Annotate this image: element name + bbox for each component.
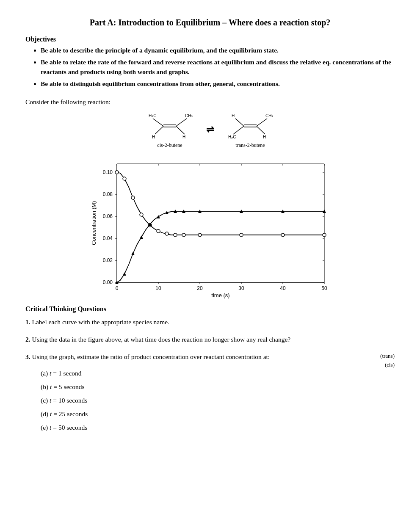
svg-line-4 xyxy=(176,126,185,134)
q2-num: 2. xyxy=(25,336,30,343)
reaction-area: H₃C CH₃ H H cis-2-butene ⇌ xyxy=(25,111,395,151)
consider-text: Consider the following reaction: xyxy=(25,98,395,106)
svg-marker-80 xyxy=(157,215,160,218)
objective-1: Be able to describe the principle of a d… xyxy=(41,46,395,55)
svg-line-12 xyxy=(235,119,244,126)
q2-text: Using the data in the figure above, at w… xyxy=(32,336,291,343)
reaction-arrow: ⇌ xyxy=(206,124,214,135)
svg-line-2 xyxy=(155,126,163,134)
svg-point-72 xyxy=(240,233,243,237)
svg-text:0.02: 0.02 xyxy=(103,257,113,263)
svg-text:40: 40 xyxy=(280,285,286,291)
svg-text:0.04: 0.04 xyxy=(103,235,113,241)
trans-molecule: H CH₃ H₃C H trans-2-butene xyxy=(225,111,276,149)
q3-at: at: xyxy=(263,353,270,360)
svg-text:H₃C: H₃C xyxy=(149,113,156,118)
trans-label: trans-2-butene xyxy=(225,142,276,149)
svg-point-68 xyxy=(165,232,169,235)
critical-thinking-header: Critical Thinking Questions xyxy=(25,305,395,313)
svg-marker-77 xyxy=(131,252,135,255)
svg-text:time (s): time (s) xyxy=(211,292,229,298)
objectives-list: Be able to describe the principle of a d… xyxy=(25,46,395,89)
svg-point-65 xyxy=(140,213,143,216)
svg-text:0: 0 xyxy=(116,285,119,291)
q1-text: Label each curve with the appropriate sp… xyxy=(32,318,170,326)
trans-annotation: (trans) xyxy=(380,353,395,359)
svg-point-69 xyxy=(174,233,177,237)
svg-text:0.10: 0.10 xyxy=(103,169,113,175)
question-3-wrapper: (trans) (cis) 3. Using the graph, estima… xyxy=(25,352,395,362)
chart-container: 0.00 0.02 0.04 0.06 0.08 0.10 0 10 20 30… xyxy=(25,155,395,299)
cis-label: cis-2-butene xyxy=(144,142,195,149)
cis-molecule: H₃C CH₃ H H cis-2-butene xyxy=(144,111,195,149)
cis-annotation: (cis) xyxy=(385,362,395,368)
svg-text:0.06: 0.06 xyxy=(103,213,113,219)
svg-text:H: H xyxy=(263,135,266,139)
svg-text:0.00: 0.00 xyxy=(103,279,113,285)
svg-text:H₃C: H₃C xyxy=(228,135,236,139)
sub-question-a: (a) t = 1 second xyxy=(41,370,395,377)
svg-point-70 xyxy=(182,233,185,237)
objectives-label: Objectives xyxy=(25,36,395,43)
svg-text:20: 20 xyxy=(197,285,203,291)
sub-question-d: (d) t = 25 seconds xyxy=(41,410,395,418)
svg-point-63 xyxy=(123,177,126,180)
svg-point-71 xyxy=(198,233,202,237)
svg-text:10: 10 xyxy=(155,285,161,291)
svg-text:50: 50 xyxy=(321,285,327,291)
question-2: 2. Using the data in the figure above, a… xyxy=(25,334,395,344)
svg-text:H: H xyxy=(152,135,155,139)
svg-point-74 xyxy=(323,233,326,237)
svg-text:H: H xyxy=(182,135,185,139)
objective-2: Be able to relate the rate of the forwar… xyxy=(41,58,395,77)
q3-num: 3. xyxy=(25,353,30,360)
question-1: 1. Label each curve with the appropriate… xyxy=(25,317,395,327)
svg-marker-78 xyxy=(140,235,143,239)
svg-line-5 xyxy=(176,119,187,126)
svg-point-64 xyxy=(131,196,135,199)
chemical-equation: H₃C CH₃ H H cis-2-butene ⇌ xyxy=(144,111,276,149)
q3-text: Using the graph, estimate the ratio of p… xyxy=(32,353,262,360)
question-3: 3. Using the graph, estimate the ratio o… xyxy=(25,352,395,362)
svg-line-3 xyxy=(153,119,163,126)
svg-point-73 xyxy=(281,233,285,237)
objective-3: Be able to distinguish equilibrium conce… xyxy=(41,79,395,88)
svg-text:CH₃: CH₃ xyxy=(185,113,193,118)
sub-question-e: (e) t = 50 seconds xyxy=(41,424,395,431)
svg-line-15 xyxy=(257,119,267,126)
svg-point-62 xyxy=(115,171,119,174)
svg-text:H: H xyxy=(232,113,235,118)
svg-text:0.08: 0.08 xyxy=(103,191,113,197)
svg-line-13 xyxy=(233,126,244,134)
svg-marker-76 xyxy=(123,272,126,276)
sub-question-b: (b) t = 5 seconds xyxy=(41,383,395,391)
svg-text:CH₃: CH₃ xyxy=(265,113,273,118)
svg-text:Concentration (M): Concentration (M) xyxy=(91,201,97,245)
sub-question-c: (c) t = 10 seconds xyxy=(41,397,395,404)
trans-cis-annotation: (trans) (cis) xyxy=(380,352,395,370)
svg-text:30: 30 xyxy=(238,285,244,291)
svg-point-67 xyxy=(157,229,160,233)
q1-num: 1. xyxy=(25,318,30,326)
svg-line-14 xyxy=(257,126,265,134)
page-title: Part A: Introduction to Equilibrium – Wh… xyxy=(25,17,395,28)
